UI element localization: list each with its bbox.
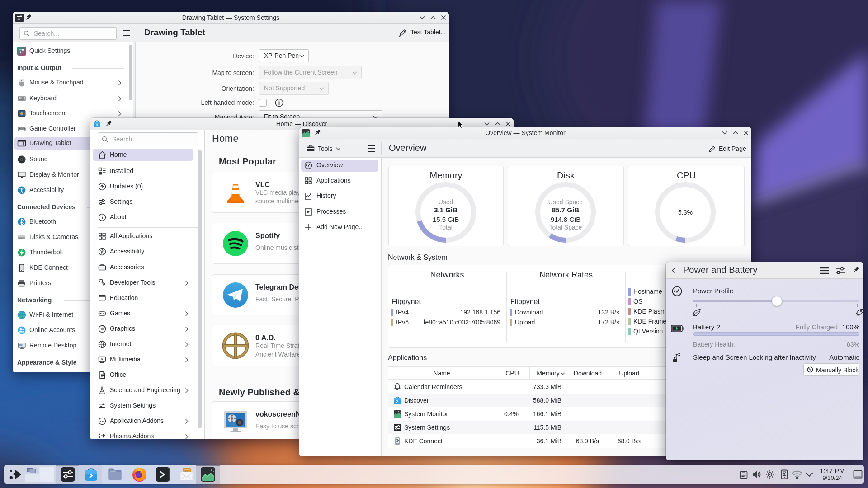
svg-text:Total Space: Total Space — [549, 224, 582, 231]
svg-text:Used Space: Used Space — [548, 198, 583, 206]
svg-text:5.3%: 5.3% — [678, 209, 693, 216]
svg-text:z: z — [678, 352, 680, 357]
svg-text:3.1 GiB: 3.1 GiB — [434, 206, 458, 214]
svg-text:Used: Used — [439, 198, 453, 206]
svg-text:15.5 GiB: 15.5 GiB — [433, 216, 459, 223]
svg-text:Total: Total — [439, 224, 453, 231]
svg-text:914.8 GiB: 914.8 GiB — [551, 216, 581, 223]
svg-text:85.7 GiB: 85.7 GiB — [552, 206, 579, 214]
